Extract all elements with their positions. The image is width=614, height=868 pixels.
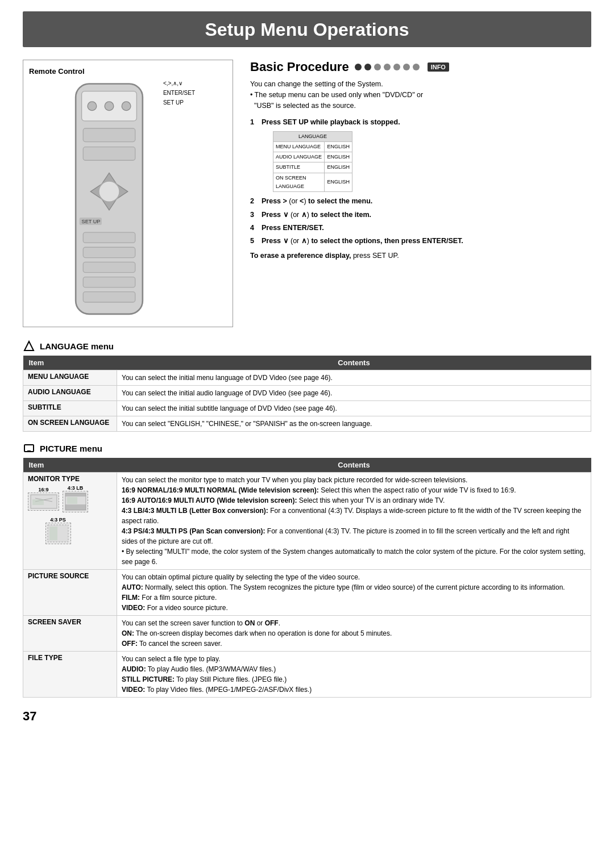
mini-table-row1-key: MENU LANGUAGE: [273, 141, 325, 152]
language-content-menu: You can select the initial menu language…: [117, 370, 591, 386]
svg-rect-14: [83, 247, 135, 257]
remote-svg: SET UP: [61, 80, 157, 318]
mini-table-row4-val: ENGLISH: [325, 173, 352, 192]
remote-labels: <,>,∧,∨ ENTER/SET SET UP: [163, 80, 195, 123]
svg-point-3: [105, 102, 114, 111]
procedure-title: Basic Procedure: [250, 60, 349, 74]
svg-rect-6: [83, 147, 135, 161]
step-3: 3 Press ∨ (or ∧) to select the item.: [250, 209, 591, 221]
dot-1: [355, 64, 362, 70]
language-item-onscreen: ON SCREEN LANGUAGE: [23, 416, 117, 432]
step-2: 2 Press > (or <) to select the menu.: [250, 195, 591, 207]
step-5-num: 5: [250, 235, 258, 247]
language-content-subtitle: You can select the initial subtitle lang…: [117, 401, 591, 416]
mini-table-row1-val: ENGLISH: [325, 141, 352, 152]
picture-icon: [23, 442, 35, 454]
picture-content-source: You can obtain optimal picture quality b…: [117, 570, 591, 616]
dot-4: [384, 64, 391, 70]
arrows-label: <,>,∧,∨: [163, 80, 182, 86]
language-content-audio: You can select the initial audio languag…: [117, 386, 591, 401]
procedure-desc-line3: "USB" is selected as the source.: [250, 101, 591, 111]
step-5-text: Press ∨ (or ∧) to select the options, th…: [262, 235, 591, 247]
step-5: 5 Press ∨ (or ∧) to select the options, …: [250, 235, 591, 247]
mini-table-row3-key: SUBTITLE: [273, 162, 325, 173]
language-row-menu: MENU LANGUAGE You can select the initial…: [23, 370, 591, 386]
picture-item-source: PICTURE SOURCE: [23, 570, 117, 616]
language-item-menu: MENU LANGUAGE: [23, 370, 117, 386]
procedure-title-row: Basic Procedure INFO: [250, 60, 591, 74]
language-row-subtitle: SUBTITLE You can select the initial subt…: [23, 401, 591, 416]
monitor-169-box: [28, 493, 59, 511]
language-table-header-row: Item Contents: [23, 356, 591, 370]
dots-row: [355, 64, 420, 70]
language-icon: [23, 340, 35, 352]
step-4-text: Press ENTER/SET.: [262, 222, 591, 234]
mini-table-header: LANGUAGE: [273, 131, 352, 141]
mini-table-row3-val: ENGLISH: [325, 162, 352, 173]
picture-table-header-row: Item Contents: [23, 458, 591, 473]
svg-marker-19: [24, 341, 34, 350]
monitor-43ps-group: 4:3 PS: [45, 517, 71, 544]
step-2-num: 2: [250, 195, 258, 207]
enter-set-label: ENTER/SET: [163, 90, 195, 96]
picture-menu-header: PICTURE menu: [23, 442, 591, 454]
erase-note: To erase a preference display, press SET…: [250, 252, 591, 260]
remote-control-label: Remote Control: [29, 67, 227, 76]
procedure-desc-line2: • The setup menu can be used only when "…: [250, 90, 591, 101]
dot-6: [403, 64, 410, 70]
enter-set-label-entry: ENTER/SET: [163, 90, 195, 96]
mini-table-row-2: AUDIO LANGUAGE ENGLISH: [273, 152, 352, 162]
language-table-contents-header: Contents: [117, 356, 591, 370]
svg-rect-31: [49, 527, 57, 540]
monitor-43ps-label: 4:3 PS: [45, 517, 71, 523]
language-menu-title: LANGUAGE menu: [40, 341, 114, 351]
picture-item-monitor: MONITOR TYPE 16:9: [23, 473, 117, 570]
dot-5: [393, 64, 400, 70]
language-table: Item Contents MENU LANGUAGE You can sele…: [23, 356, 591, 432]
picture-table-item-header: Item: [23, 458, 117, 473]
step-4-num: 4: [250, 222, 258, 234]
step-3-text: Press ∨ (or ∧) to select the item.: [262, 209, 591, 221]
procedure-desc-line1: You can change the setting of the System…: [250, 79, 591, 90]
monitor-169-group: 16:9: [28, 487, 59, 511]
mini-table-row-1: MENU LANGUAGE ENGLISH: [273, 141, 352, 152]
procedure-box: Basic Procedure INFO You can change the …: [250, 60, 591, 327]
monitor-43lb-group: 4:3 LB: [63, 485, 88, 512]
language-item-audio: AUDIO LANGUAGE: [23, 386, 117, 401]
picture-content-screensaver: You can set the screen saver function to…: [117, 616, 591, 652]
language-icon-svg: [23, 340, 35, 352]
language-content-onscreen: You can select "ENGLISH," "CHINESE," or …: [117, 416, 591, 432]
mini-table-row4-key: ON SCREEN LANGUAGE: [273, 173, 325, 192]
svg-rect-5: [83, 128, 135, 142]
svg-rect-17: [83, 292, 135, 302]
dot-7: [413, 64, 420, 70]
picture-table-contents-header: Contents: [117, 458, 591, 473]
picture-icon-svg: [23, 443, 35, 454]
page-number: 37: [23, 709, 591, 724]
monitor-169-svg: [30, 494, 58, 510]
svg-rect-28: [65, 504, 86, 510]
svg-point-2: [88, 102, 97, 111]
picture-item-filetype: FILE TYPE: [23, 652, 117, 698]
set-up-label-entry: SET UP: [163, 99, 184, 106]
svg-rect-13: [83, 232, 135, 243]
dot-2: [364, 64, 371, 70]
picture-row-monitor: MONITOR TYPE 16:9: [23, 473, 591, 570]
mini-table-row2-val: ENGLISH: [325, 152, 352, 162]
language-row-audio: AUDIO LANGUAGE You can select the initia…: [23, 386, 591, 401]
svg-rect-21: [27, 450, 31, 452]
picture-content-monitor: You can select the monitor type to match…: [117, 473, 591, 570]
step-1: 1 Press SET UP while playback is stopped…: [250, 116, 591, 194]
remote-control-box: Remote Control: [23, 60, 233, 327]
page-title: Setup Menu Operations: [23, 11, 591, 47]
top-section: Remote Control: [23, 60, 591, 327]
monitor-images: 16:9: [28, 485, 112, 544]
language-menu-header: LANGUAGE menu: [23, 340, 591, 352]
svg-rect-29: [67, 497, 77, 504]
picture-menu-title: PICTURE menu: [40, 444, 102, 453]
procedure-description: You can change the setting of the System…: [250, 79, 591, 111]
picture-table: Item Contents MONITOR TYPE 16:9: [23, 458, 591, 698]
step-2-text: Press > (or <) to select the menu.: [262, 195, 591, 207]
picture-row-screensaver: SCREEN SAVER You can set the screen save…: [23, 616, 591, 652]
monitor-43lb-box: [63, 491, 88, 512]
